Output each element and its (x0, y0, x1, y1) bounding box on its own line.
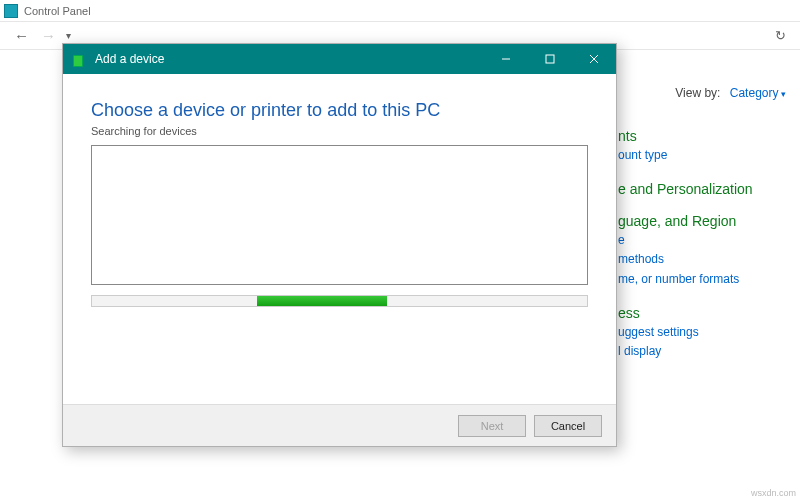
dialog-titlebar[interactable]: Add a device (63, 44, 616, 74)
add-device-dialog: Add a device Choose a device or printer … (62, 43, 617, 447)
history-dropdown[interactable]: ▾ (62, 30, 75, 41)
refresh-button[interactable]: ↻ (769, 28, 792, 43)
category-link[interactable]: l display (618, 342, 788, 361)
view-by-row: View by: Category (675, 86, 786, 100)
category-link[interactable]: ount type (618, 146, 788, 165)
cancel-button[interactable]: Cancel (534, 415, 602, 437)
progress-bar (91, 295, 588, 307)
view-by-label: View by: (675, 86, 720, 100)
category-link[interactable]: e (618, 231, 788, 250)
device-list[interactable] (91, 145, 588, 285)
close-button[interactable] (572, 44, 616, 74)
minimize-button[interactable] (484, 44, 528, 74)
back-button[interactable]: ← (8, 27, 35, 44)
category-link[interactable]: me, or number formats (618, 270, 788, 289)
battery-icon (73, 51, 87, 67)
dialog-footer: Next Cancel (63, 404, 616, 446)
category-heading[interactable]: ess (618, 305, 788, 321)
forward-button[interactable]: → (35, 27, 62, 44)
progress-chunk (257, 296, 387, 306)
svg-rect-1 (546, 55, 554, 63)
category-link[interactable]: methods (618, 250, 788, 269)
watermark: wsxdn.com (751, 488, 796, 498)
category-column: nts ount type e and Personalization guag… (618, 128, 788, 377)
next-button: Next (458, 415, 526, 437)
dialog-subtext: Searching for devices (91, 125, 588, 137)
maximize-button[interactable] (528, 44, 572, 74)
category-link[interactable]: uggest settings (618, 323, 788, 342)
category-heading[interactable]: guage, and Region (618, 213, 788, 229)
dialog-heading: Choose a device or printer to add to thi… (91, 100, 588, 121)
dialog-title: Add a device (95, 52, 164, 66)
dialog-body: Choose a device or printer to add to thi… (63, 74, 616, 307)
control-panel-icon (4, 4, 18, 18)
control-panel-titlebar: Control Panel (0, 0, 800, 22)
category-heading[interactable]: e and Personalization (618, 181, 788, 197)
category-heading[interactable]: nts (618, 128, 788, 144)
control-panel-title: Control Panel (24, 5, 91, 17)
view-by-dropdown[interactable]: Category (730, 86, 786, 100)
